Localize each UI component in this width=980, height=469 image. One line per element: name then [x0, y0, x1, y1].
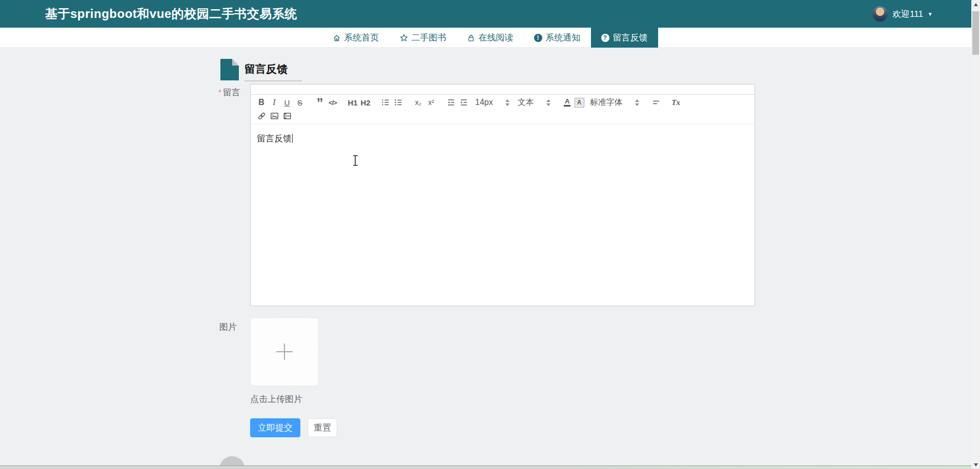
user-menu[interactable]: 欢迎111 ▼ [872, 0, 933, 28]
nav-item-label: 留言反馈 [613, 32, 648, 44]
bold-button[interactable]: B [256, 96, 267, 109]
unordered-list-button[interactable] [393, 96, 404, 109]
text-type-select[interactable]: 文本 [518, 97, 550, 108]
indent-button[interactable] [458, 96, 469, 109]
app-screen: 基于springboot和vue的校园二手书交易系统 欢迎111 ▼ 系统首页 … [0, 0, 980, 469]
underline-button[interactable]: U [281, 96, 293, 109]
welcome-text: 欢迎111 [892, 8, 923, 20]
submit-button[interactable]: 立即提交 [250, 418, 300, 437]
editor-toolbar: B I U S ” </> H1 H2 [251, 95, 754, 124]
mouse-cursor-ibeam [353, 155, 358, 166]
blockquote-button[interactable]: ” [314, 96, 325, 109]
main-nav: 系统首页 二手图书 在线阅读 ! 系统通知 ? 留言反馈 [0, 28, 980, 48]
nav-item-home[interactable]: 系统首页 [322, 28, 390, 48]
message-editor: B I U S ” </> H1 H2 [250, 84, 755, 306]
app-header: 基于springboot和vue的校园二手书交易系统 欢迎111 ▼ [0, 0, 980, 28]
font-size-value: 14px [475, 98, 493, 107]
font-color-letter: A [565, 98, 569, 104]
message-label: *留言 [218, 87, 240, 98]
avatar[interactable] [872, 6, 888, 22]
highlight-color-button[interactable]: A [575, 98, 584, 108]
link-button[interactable] [256, 110, 267, 122]
nav-item-feedback[interactable]: ? 留言反馈 [591, 28, 658, 48]
plus-icon [276, 344, 293, 360]
reset-button[interactable]: 重置 [308, 418, 337, 437]
bag-icon [467, 34, 475, 42]
clear-format-button[interactable]: Tx [670, 96, 682, 109]
toolbar-row-2 [251, 109, 754, 122]
superscript-button[interactable]: x² [425, 96, 437, 109]
scrollbar-thumb[interactable] [972, 11, 979, 55]
text-caret [292, 134, 293, 143]
toolbar-row-1: B I U S ” </> H1 H2 [251, 96, 754, 109]
page-title-underline [244, 80, 302, 81]
app-title: 基于springboot和vue的校园二手书交易系统 [45, 0, 297, 28]
page-title: 留言反馈 [244, 62, 288, 76]
message-label-text: 留言 [223, 88, 240, 97]
footer-strip [0, 465, 980, 469]
image-button[interactable] [269, 110, 280, 122]
caret-down-icon: ▼ [928, 11, 933, 17]
notice-icon: ! [534, 34, 542, 42]
outdent-button[interactable] [445, 96, 457, 109]
nav-item-books[interactable]: 二手图书 [390, 28, 457, 48]
alignment-button[interactable] [650, 96, 662, 109]
sort-arrows-icon [546, 99, 550, 106]
home-icon [333, 34, 341, 42]
sort-arrows-icon [635, 99, 639, 106]
question-icon: ? [601, 34, 609, 42]
heading1-button[interactable]: H1 [347, 96, 358, 109]
code-button[interactable]: </> [327, 96, 338, 109]
italic-button[interactable]: I [269, 96, 280, 109]
nav-item-label: 二手图书 [412, 32, 446, 44]
scrollbar-up-arrow[interactable] [971, 0, 980, 9]
page-icon-fold [232, 59, 239, 66]
upload-hint: 点击上传图片 [250, 393, 302, 405]
nav-item-label: 系统通知 [546, 32, 581, 44]
page-icon [220, 59, 239, 80]
scrollbar-down-arrow[interactable] [971, 460, 980, 469]
font-color-button[interactable]: A [562, 96, 573, 109]
nav-item-reading[interactable]: 在线阅读 [457, 28, 524, 48]
video-button[interactable] [281, 110, 293, 122]
font-color-bar [564, 105, 570, 106]
vertical-scrollbar[interactable] [971, 0, 980, 469]
ordered-list-button[interactable] [380, 96, 391, 109]
font-size-select[interactable]: 14px [475, 98, 509, 107]
subscript-button[interactable]: x₂ [413, 96, 424, 109]
strikethrough-button[interactable]: S [294, 96, 305, 109]
required-mark: * [218, 88, 221, 96]
image-upload-box[interactable] [250, 317, 319, 386]
editor-top-strip [251, 84, 754, 95]
sort-arrows-icon [505, 99, 509, 106]
font-family-select[interactable]: 标准字体 [590, 97, 639, 108]
nav-item-label: 系统首页 [344, 32, 379, 44]
image-label: 图片 [219, 321, 237, 333]
heading2-button[interactable]: H2 [360, 96, 371, 109]
nav-item-label: 在线阅读 [479, 32, 514, 44]
editor-content-area[interactable]: 留言反馈 [251, 124, 754, 309]
font-family-value: 标准字体 [590, 97, 623, 108]
editor-text: 留言反馈 [257, 134, 292, 143]
text-type-value: 文本 [518, 97, 534, 108]
star-icon [400, 34, 408, 42]
nav-item-notice[interactable]: ! 系统通知 [524, 28, 591, 48]
